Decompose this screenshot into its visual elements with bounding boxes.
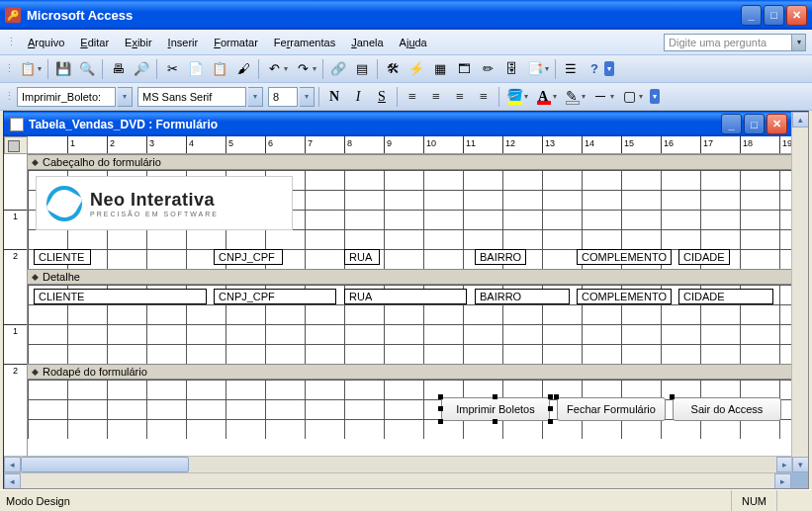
font-combo-arrow[interactable]: ▾	[248, 87, 263, 107]
database-window-button[interactable]: 🗄	[500, 58, 522, 80]
new-object-button[interactable]: 📑	[524, 58, 546, 80]
fill-color-button[interactable]: 🪣	[503, 86, 525, 108]
print-button[interactable]: 🖶	[107, 58, 129, 80]
align-center-button[interactable]: ≡	[425, 86, 447, 108]
button-imprimir-boletos[interactable]: Imprimir Boletos	[441, 397, 550, 421]
horizontal-ruler[interactable]: 1 2 3 4 5 6 7 8 9 10 11 12 13 14 15 16 1	[28, 136, 793, 154]
vertical-ruler[interactable]: 1 2 1 2	[4, 154, 28, 456]
format-painter-button[interactable]: 🖌	[232, 58, 254, 80]
copy-button[interactable]: 📄	[185, 58, 207, 80]
selection-handle[interactable]	[548, 394, 553, 399]
section-bar-detail[interactable]: ◆ Detalhe	[28, 269, 793, 285]
menu-inserir[interactable]: Inserir	[160, 34, 207, 51]
label-complemento[interactable]: COMPLEMENTO	[577, 249, 672, 265]
menu-ferramentas[interactable]: Ferramentas	[266, 34, 343, 51]
footer-section-grid[interactable]: Imprimir Boletos Fechar Formulário Sair …	[28, 380, 793, 439]
field-rua[interactable]: RUA	[344, 289, 467, 304]
preview-button[interactable]: 🔎	[131, 58, 152, 80]
properties-button[interactable]: 🗔	[453, 58, 475, 80]
line-color-button[interactable]: ✎	[561, 86, 583, 108]
selection-handle[interactable]	[670, 394, 675, 399]
object-combo-arrow[interactable]: ▾	[118, 87, 133, 107]
font-combo[interactable]: MS Sans Serif	[137, 87, 246, 107]
save-button[interactable]: 💾	[52, 58, 74, 80]
align-justify-button[interactable]: ≡	[473, 86, 495, 108]
italic-button[interactable]: I	[347, 86, 369, 108]
autoformat-button[interactable]: ⚡	[406, 58, 427, 80]
size-combo[interactable]: 8	[268, 87, 298, 107]
selection-handle[interactable]	[438, 406, 443, 411]
menu-formatar[interactable]: Formatar	[206, 34, 266, 51]
line-width-button[interactable]: ─	[589, 86, 611, 108]
selection-handle[interactable]	[548, 419, 553, 424]
minimize-button[interactable]: _	[741, 5, 762, 26]
label-bairro[interactable]: BAIRRO	[475, 249, 526, 265]
field-list-button[interactable]: ▤	[351, 58, 373, 80]
size-combo-arrow[interactable]: ▾	[300, 87, 315, 107]
menu-ajuda[interactable]: Ajuda	[392, 34, 435, 51]
scroll-down-icon[interactable]: ▾	[792, 457, 809, 472]
undo-button[interactable]: ↶	[263, 58, 285, 80]
view-button[interactable]: 📋	[17, 58, 39, 80]
section-bar-footer[interactable]: ◆ Rodapé do formulário	[28, 364, 793, 380]
logo-image[interactable]: Neo Interativa PRECISÃO EM SOFTWARE	[36, 176, 293, 230]
header-section-grid[interactable]: Neo Interativa PRECISÃO EM SOFTWARE CLIE…	[28, 170, 793, 269]
menu-janela[interactable]: Janela	[343, 34, 391, 51]
label-cidade[interactable]: CIDADE	[678, 249, 730, 265]
insert-hyperlink-button[interactable]: 🔗	[327, 58, 349, 80]
redo-button[interactable]: ↷	[292, 58, 314, 80]
selection-handle[interactable]	[493, 419, 497, 424]
selection-handle[interactable]	[493, 394, 497, 399]
ruler-corner[interactable]	[4, 136, 28, 154]
mdi-hscrollbar[interactable]: ◂ ▸	[4, 472, 791, 488]
selection-handle[interactable]	[438, 394, 443, 399]
cut-button[interactable]: ✂	[161, 58, 183, 80]
scroll-right-icon[interactable]: ▸	[774, 473, 791, 489]
field-cidade[interactable]: CIDADE	[678, 289, 773, 304]
detail-section-grid[interactable]: CLIENTE CNPJ_CPF RUA BAIRRO COMPLEMENTO …	[28, 285, 793, 364]
label-rua[interactable]: RUA	[344, 249, 380, 265]
help-question-dropdown[interactable]: ▾	[792, 34, 806, 51]
toolbar-options[interactable]: ▾	[604, 61, 614, 76]
scroll-left-icon[interactable]: ◂	[4, 457, 21, 472]
selection-handle[interactable]	[548, 406, 553, 411]
font-color-button[interactable]: A	[532, 86, 554, 108]
field-complemento[interactable]: COMPLEMENTO	[577, 289, 672, 304]
field-cliente[interactable]: CLIENTE	[34, 289, 207, 304]
bold-button[interactable]: N	[323, 86, 345, 108]
search-button[interactable]: 🔍	[76, 58, 98, 80]
label-cliente[interactable]: CLIENTE	[34, 249, 91, 265]
section-bar-header[interactable]: ◆ Cabeçalho do formulário	[28, 154, 793, 170]
scroll-left-icon[interactable]: ◂	[4, 473, 21, 489]
form-maximize-button[interactable]: □	[744, 114, 765, 134]
form-minimize-button[interactable]: _	[721, 114, 742, 134]
align-right-button[interactable]: ≡	[449, 86, 471, 108]
scroll-up-icon[interactable]: ▴	[792, 112, 809, 128]
toolbox-button[interactable]: 🛠	[382, 58, 404, 80]
button-fechar-formulario[interactable]: Fechar Formulário	[557, 397, 666, 421]
selection-handle[interactable]	[438, 419, 443, 424]
special-effect-button[interactable]: ▢	[618, 86, 640, 108]
underline-button[interactable]: S	[371, 86, 393, 108]
field-cnpj[interactable]: CNPJ_CPF	[214, 289, 336, 304]
build-button[interactable]: ✏	[477, 58, 498, 80]
label-cnpj[interactable]: CNPJ_CPF	[214, 249, 283, 265]
menu-arquivo[interactable]: Arquivo	[20, 34, 72, 51]
relationships-button[interactable]: ☰	[560, 58, 582, 80]
help-button[interactable]: ?	[584, 58, 605, 80]
align-left-button[interactable]: ≡	[402, 86, 423, 108]
close-button[interactable]: ✕	[786, 5, 807, 26]
help-question-input[interactable]: Digite uma pergunta	[664, 34, 792, 51]
menu-editar[interactable]: Editar	[72, 34, 117, 51]
menu-exibir[interactable]: Exibir	[117, 34, 160, 51]
form-close-button[interactable]: ✕	[767, 114, 787, 134]
maximize-button[interactable]: □	[764, 5, 784, 26]
form-hscrollbar[interactable]: ◂ ▸	[4, 456, 793, 472]
field-bairro[interactable]: BAIRRO	[475, 289, 570, 304]
object-combo[interactable]: Imprimir_Boleto:	[17, 87, 116, 107]
paste-button[interactable]: 📋	[209, 58, 230, 80]
mdi-vscrollbar[interactable]: ▴ ▾	[791, 112, 808, 472]
format-toolbar-options[interactable]: ▾	[650, 89, 660, 104]
code-button[interactable]: ▦	[429, 58, 451, 80]
button-sair-access[interactable]: Sair do Access	[673, 397, 781, 421]
